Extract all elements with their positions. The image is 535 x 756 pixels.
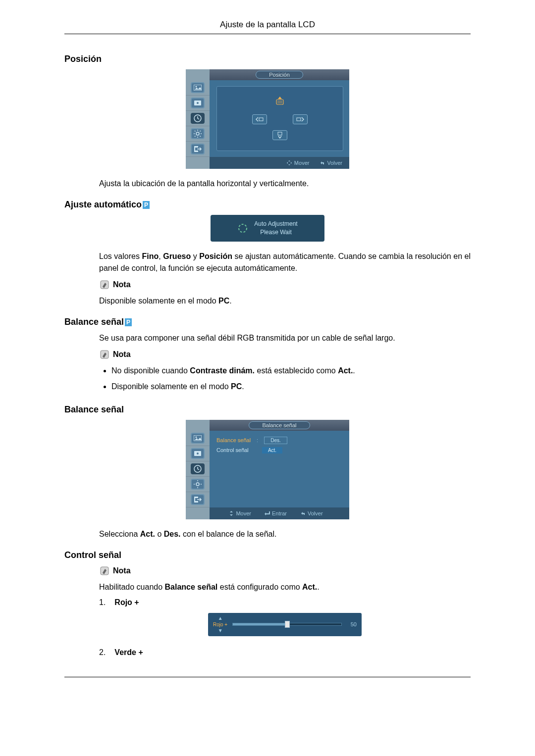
osd-posicion: Posición bbox=[186, 69, 349, 169]
osd-posicion-title: Posición bbox=[256, 71, 303, 79]
updown-icon bbox=[229, 510, 234, 516]
picture-icon bbox=[191, 82, 205, 93]
nota-label: Nota bbox=[113, 566, 131, 575]
enter-icon bbox=[264, 511, 270, 516]
slider-value: 50 bbox=[347, 621, 357, 627]
bullet-item: Disponible solamente en el modo PC. bbox=[111, 379, 471, 395]
picture-icon bbox=[191, 433, 205, 444]
clock-icon bbox=[191, 113, 205, 124]
osd-sidebar bbox=[186, 431, 210, 507]
p-badge: P bbox=[143, 201, 150, 209]
svg-line-13 bbox=[200, 131, 201, 132]
auto-adjustment-dialog: Auto Adjustment Please Wait bbox=[211, 215, 324, 242]
slider-thumb bbox=[285, 621, 290, 628]
svg-rect-0 bbox=[194, 85, 202, 91]
svg-point-25 bbox=[197, 453, 199, 454]
auto-adj-line1: Auto Adjustment bbox=[254, 220, 297, 228]
footer-rule bbox=[64, 677, 471, 677]
clock-icon bbox=[191, 463, 205, 474]
value-act: Act. bbox=[262, 447, 282, 454]
exit-icon bbox=[191, 494, 205, 505]
position-left-icon bbox=[252, 114, 267, 124]
heading-control: Control señal bbox=[64, 550, 471, 560]
osd-footer-mover: Mover bbox=[229, 510, 251, 516]
svg-point-27 bbox=[196, 483, 199, 486]
heading-ajuste-automatico: Ajuste automáticoP bbox=[64, 200, 471, 210]
move-icon bbox=[286, 160, 292, 166]
svg-rect-18 bbox=[278, 132, 282, 135]
value-des: Des. bbox=[264, 437, 287, 444]
svg-point-5 bbox=[196, 132, 199, 135]
balance1-description: Se usa para componer una señal débil RGB… bbox=[99, 332, 471, 344]
heading-posicion: Posición bbox=[64, 54, 471, 64]
page-header-title: Ajuste de la pantalla LCD bbox=[64, 20, 471, 34]
osd-footer-entrar: Entrar bbox=[264, 510, 287, 516]
return-icon bbox=[319, 160, 325, 166]
auto-adj-line2: Please Wait bbox=[254, 228, 297, 237]
heading-balance-1: Balance señalP bbox=[64, 317, 471, 327]
nota-row: Nota bbox=[99, 279, 471, 290]
bullet-item: No disponible cuando Contraste dinám. es… bbox=[111, 363, 471, 379]
input-icon bbox=[191, 98, 205, 108]
arrow-up-icon: ▲ bbox=[218, 616, 223, 621]
nota-label: Nota bbox=[113, 350, 131, 359]
svg-rect-16 bbox=[259, 118, 263, 121]
note-icon bbox=[99, 565, 110, 576]
position-right-icon bbox=[293, 114, 308, 124]
control-description: Habilitado cuando Balance señal está con… bbox=[99, 581, 471, 593]
nota-body-pc: Disponible solamente en el modo PC. bbox=[99, 295, 471, 307]
svg-rect-15 bbox=[277, 101, 282, 103]
slider-track bbox=[232, 623, 342, 626]
svg-line-10 bbox=[195, 131, 196, 132]
svg-rect-22 bbox=[194, 435, 202, 441]
return-icon bbox=[300, 510, 306, 516]
svg-line-12 bbox=[195, 136, 196, 137]
balance2-description: Selecciona Act. o Des. con el balance de… bbox=[99, 528, 471, 540]
list-item-rojo: 1. Rojo + bbox=[99, 598, 471, 607]
menu-item-balance: Balance señal bbox=[216, 437, 251, 443]
exit-icon bbox=[191, 144, 205, 154]
ajuste-auto-paragraph: Los valores Fino, Grueso y Posición se a… bbox=[99, 251, 471, 274]
osd-sidebar bbox=[186, 80, 210, 157]
position-up-icon bbox=[273, 96, 286, 106]
list-item-verde: 2. Verde + bbox=[99, 648, 471, 657]
gear-icon bbox=[191, 128, 205, 139]
nota-row: Nota bbox=[99, 565, 471, 576]
svg-point-19 bbox=[239, 224, 247, 232]
heading-balance-2: Balance señal bbox=[64, 404, 471, 415]
note-icon bbox=[99, 349, 110, 360]
p-badge: P bbox=[125, 318, 132, 326]
svg-line-11 bbox=[200, 136, 201, 137]
gear-icon bbox=[191, 479, 205, 490]
arrow-down-icon: ▼ bbox=[218, 628, 223, 633]
note-icon bbox=[99, 279, 110, 290]
posicion-description: Ajusta la ubicación de la pantalla horiz… bbox=[99, 178, 471, 190]
osd-footer-volver: Volver bbox=[300, 510, 323, 516]
osd-footer-mover: Mover bbox=[286, 160, 310, 166]
slider-rojo: ▲ Rojo + ▼ 50 bbox=[208, 613, 362, 636]
slider-label: Rojo + bbox=[213, 622, 227, 627]
nota-row: Nota bbox=[99, 349, 471, 360]
svg-point-1 bbox=[196, 86, 197, 88]
svg-point-3 bbox=[197, 102, 199, 104]
osd-balance-title: Balance señal bbox=[249, 421, 310, 429]
osd-footer-volver: Volver bbox=[319, 160, 342, 166]
svg-point-23 bbox=[196, 436, 197, 438]
svg-rect-17 bbox=[297, 118, 301, 121]
nota-label: Nota bbox=[113, 280, 131, 289]
position-down-icon bbox=[272, 130, 287, 140]
osd-balance: Balance señal Balance señal : Des. Contr… bbox=[186, 420, 349, 519]
input-icon bbox=[191, 448, 205, 459]
loading-icon bbox=[237, 223, 248, 234]
menu-item-control: Control señal bbox=[216, 447, 249, 453]
